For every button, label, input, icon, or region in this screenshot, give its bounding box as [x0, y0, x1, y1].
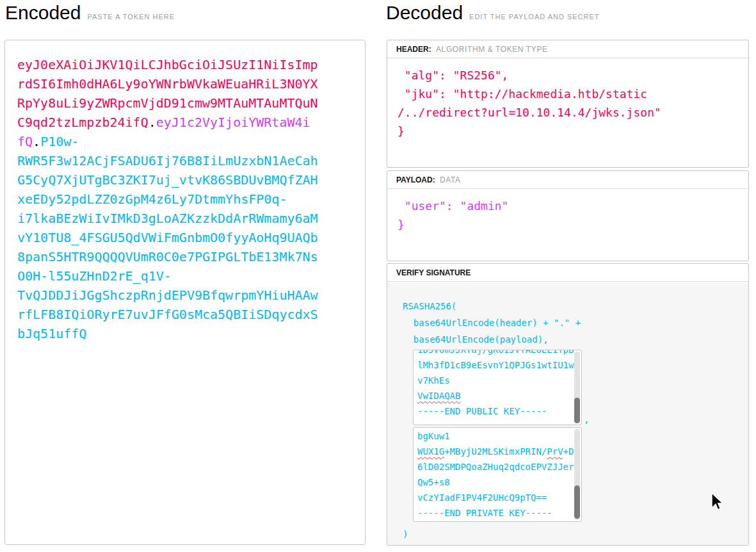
public-key-scrollbar[interactable] [574, 352, 580, 423]
decoded-subtitle: EDIT THE PAYLOAD AND SECRET [469, 13, 599, 20]
signature-closing-paren: ) [403, 526, 748, 542]
public-key-row: 1D5V0mJJXTaj/gK01JVYAEOEE1YpBlMh3fD1cB9e… [413, 350, 748, 425]
header-section-bar: HEADER: ALGORITHM & TOKEN TYPE [387, 40, 748, 58]
public-key-text: 1D5V0mJJXTaj/gK01JVYAEOEE1YpBlMh3fD1cB9e… [414, 350, 581, 419]
private-key-row: bgKuw1WUX1G+MByjU2MLSKimxPRIN/PrV+D6lD02… [413, 427, 748, 522]
public-key-textarea[interactable]: 1D5V0mJJXTaj/gK01JVYAEOEE1YpBlMh3fD1cB9e… [413, 350, 582, 425]
decoded-header-section: HEADER: ALGORITHM & TOKEN TYPE "alg": "R… [387, 40, 749, 168]
private-key-text: bgKuw1WUX1G+MByjU2MLSKimxPRIN/PrV+D6lD02… [414, 428, 581, 521]
encoded-token-editor[interactable]: eyJ0eXAiOiJKV1QiLCJhbGciOiJSUzI1NiIsImpr… [4, 40, 366, 545]
payload-section-sublabel: DATA [440, 175, 461, 184]
header-section-sublabel: ALGORITHM & TOKEN TYPE [436, 45, 548, 54]
header-section-label: HEADER: [396, 45, 431, 54]
encoded-title-row: Encoded PASTE A TOKEN HERE [5, 0, 175, 28]
encoded-subtitle: PASTE A TOKEN HERE [87, 13, 175, 20]
payload-section-bar: PAYLOAD: DATA [387, 171, 748, 189]
verify-signature-section: VERIFY SIGNATURE RSASHA256( base64UrlEnc… [387, 263, 749, 546]
private-key-scrollbar[interactable] [574, 429, 580, 520]
private-key-scrollbar-thumb[interactable] [574, 485, 580, 519]
payload-json-editor[interactable]: "user": "admin" } [387, 189, 748, 234]
private-key-textarea[interactable]: bgKuw1WUX1G+MByjU2MLSKimxPRIN/PrV+D6lD02… [413, 427, 582, 522]
public-key-scrollbar-thumb[interactable] [574, 398, 580, 423]
verify-section-bar: VERIFY SIGNATURE [387, 264, 748, 282]
encoded-token[interactable]: eyJ0eXAiOiJKV1QiLCJhbGciOiJSUzI1NiIsImpr… [17, 55, 318, 343]
decoded-payload-section: PAYLOAD: DATA "user": "admin" } [387, 170, 749, 261]
signature-comma: , [584, 414, 589, 425]
header-json-editor[interactable]: "alg": "RS256", "jku": "http://hackmedia… [387, 58, 748, 140]
payload-section-label: PAYLOAD: [396, 175, 435, 184]
verify-signature-content: RSASHA256( base64UrlEncode(header) + "."… [387, 282, 748, 545]
decoded-title-row: Decoded EDIT THE PAYLOAD AND SECRET [386, 0, 600, 28]
verify-section-label: VERIFY SIGNATURE [396, 268, 470, 277]
encoded-title: Encoded [5, 0, 81, 26]
decoded-title: Decoded [386, 0, 463, 26]
signature-code-lines: RSASHA256( base64UrlEncode(header) + "."… [403, 298, 748, 348]
